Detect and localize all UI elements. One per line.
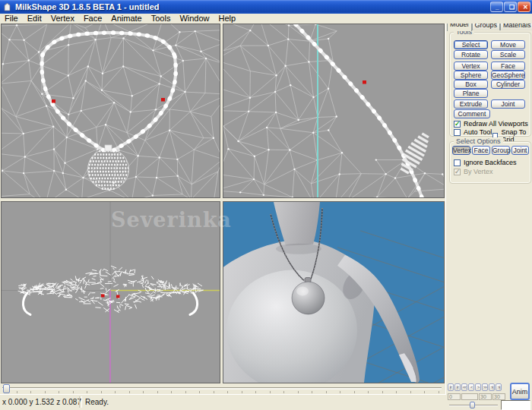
anim-frame-fields: 0 30 30 — [448, 393, 505, 400]
tool-select-button[interactable]: Select — [454, 40, 488, 49]
prev-keyframe-button[interactable]: |< — [454, 383, 461, 391]
frame-input[interactable] — [501, 400, 530, 410]
pendant-3d — [292, 282, 325, 314]
anim-toggle-button[interactable]: Anim — [510, 383, 530, 400]
tool-plane-button[interactable]: Plane — [454, 89, 488, 98]
last-frame-field[interactable]: 30 — [479, 393, 492, 400]
tool-box-button[interactable]: Box — [454, 80, 488, 89]
menu-animate[interactable]: Animate — [106, 14, 146, 24]
checkbox-box[interactable] — [454, 121, 461, 128]
select-by-face-button[interactable]: Face — [472, 146, 490, 155]
go-last-frame-button[interactable]: >| — [496, 383, 502, 391]
go-first-frame-button[interactable]: |< — [448, 383, 454, 391]
tool-cylinder-button[interactable]: Cylinder — [491, 80, 525, 89]
selected-vertex-handle[interactable] — [52, 99, 55, 103]
viewport-front-wireframe[interactable] — [1, 24, 220, 198]
redraw-all-viewports-checkbox[interactable]: Redraw All Viewports — [454, 120, 528, 128]
selected-vertex-handle[interactable] — [116, 295, 120, 298]
timeline-slider[interactable] — [0, 383, 445, 394]
select-options-group-label: Select Options — [454, 137, 503, 145]
step-back-button[interactable]: < — [468, 383, 474, 391]
menu-file[interactable]: File — [0, 14, 23, 24]
tool-vertex-button[interactable]: Vertex — [454, 62, 488, 71]
menu-edit[interactable]: Edit — [23, 14, 46, 24]
by-vertex-checkbox: By Vertex — [454, 168, 493, 175]
tool-rotate-button[interactable]: Rotate — [454, 50, 488, 59]
tool-sphere-button[interactable]: Sphere — [454, 71, 488, 80]
first-frame-field[interactable]: 0 — [448, 393, 461, 400]
titlebar[interactable]: MilkShape 3D 1.8.5 BETA 1 - untitled _ ❏… — [0, 0, 532, 14]
viewport-side-wireframe[interactable] — [223, 24, 445, 198]
tool-comment-button[interactable]: Comment — [454, 109, 490, 118]
statusbar: x 0.000 y 1.532 z 0.087 Ready. — [0, 394, 446, 410]
cursor-coordinates: x 0.000 y 1.532 z 0.087 — [2, 398, 81, 406]
frame-slider[interactable] — [449, 402, 498, 409]
close-button[interactable]: ✕ — [518, 2, 530, 12]
total-frames-field[interactable]: 30 — [492, 393, 505, 400]
timeline-thumb[interactable] — [3, 384, 10, 393]
window-title: MilkShape 3D 1.8.5 BETA 1 - untitled — [15, 2, 159, 11]
checkbox-box[interactable] — [454, 129, 461, 136]
tool-face-button[interactable]: Face — [491, 62, 525, 71]
viewport-3d-shaded[interactable] — [223, 201, 445, 383]
tool-extrude-button[interactable]: Extrude — [454, 99, 488, 109]
select-by-vertex-button[interactable]: Vertex — [452, 146, 470, 155]
selected-vertex-handle[interactable] — [161, 98, 165, 102]
viewport-top-wireframe[interactable] — [1, 201, 220, 383]
selected-vertex-handle[interactable] — [101, 294, 105, 297]
timeline-ticks — [17, 391, 439, 393]
menu-window[interactable]: Window — [175, 14, 214, 24]
statusbar-separator — [79, 396, 82, 408]
checkbox-box — [454, 169, 461, 175]
menu-tools[interactable]: Tools — [147, 14, 176, 24]
auto-tool-checkbox[interactable]: Auto Tool — [454, 128, 492, 136]
step-forward-button[interactable]: > — [475, 383, 481, 391]
selected-vertex-handle[interactable] — [363, 80, 366, 84]
fast-forward-button[interactable]: >> — [482, 383, 488, 391]
status-message: Ready. — [85, 398, 109, 406]
tool-scale-button[interactable]: Scale — [491, 50, 525, 59]
tool-geosphere-button[interactable]: GeoSphere — [491, 71, 525, 80]
next-keyframe-button[interactable]: >| — [489, 383, 495, 391]
tool-move-button[interactable]: Move — [491, 40, 525, 49]
select-by-joint-button[interactable]: Joint — [511, 146, 529, 155]
restore-button[interactable]: ❏ — [504, 2, 517, 12]
timeline-track[interactable] — [2, 387, 442, 390]
menubar: File Edit Vertex Face Animate Tools Wind… — [0, 14, 532, 24]
menu-help[interactable]: Help — [214, 14, 241, 24]
minimize-button[interactable]: _ — [490, 2, 503, 12]
current-frame-field[interactable] — [461, 393, 478, 400]
tool-joint-button[interactable]: Joint — [491, 99, 525, 109]
fast-rewind-button[interactable]: << — [461, 383, 467, 391]
milkshape-app-icon — [2, 2, 12, 12]
anim-transport-controls: |< |< << < > >> >| >| — [448, 383, 502, 391]
ignore-backfaces-checkbox[interactable]: Ignore Backfaces — [454, 159, 517, 166]
checkbox-box[interactable] — [454, 159, 461, 166]
select-by-group-button[interactable]: Group — [492, 146, 510, 155]
menu-face[interactable]: Face — [79, 14, 106, 24]
menu-vertex[interactable]: Vertex — [46, 14, 79, 24]
frame-slider-thumb[interactable] — [470, 402, 475, 408]
